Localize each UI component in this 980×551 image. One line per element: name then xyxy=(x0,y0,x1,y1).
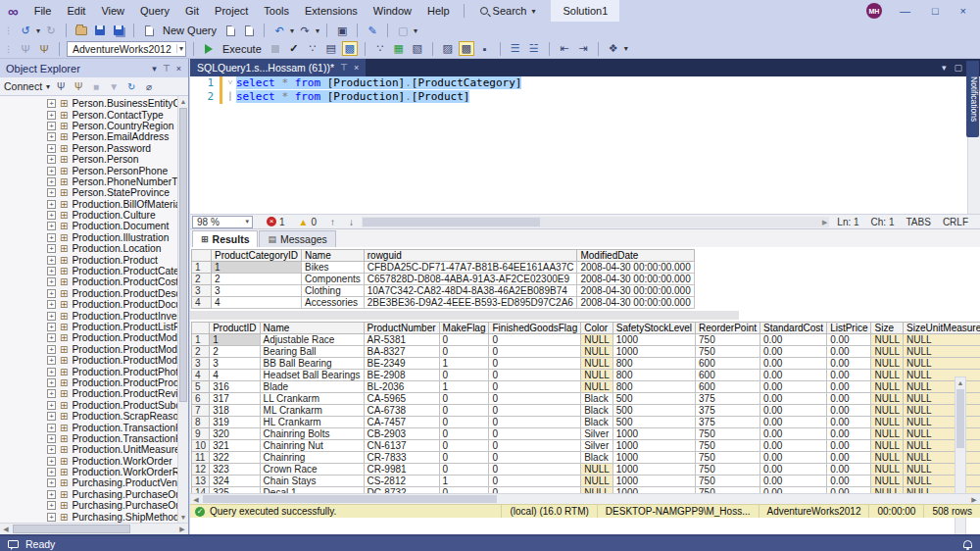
grid-cell[interactable]: 0.00 xyxy=(827,358,871,370)
grid-cell[interactable]: 2008-04-30 00:00:00.000 xyxy=(577,285,694,297)
redo-dropdown[interactable]: ▾ xyxy=(316,26,319,35)
search-box[interactable]: Search ▾ xyxy=(470,0,546,22)
grid-cell[interactable]: 2008-04-30 00:00:00.000 xyxy=(577,262,694,274)
grid-cell[interactable]: 0.00 xyxy=(760,440,826,452)
expand-icon[interactable]: + xyxy=(47,434,56,443)
tree-item-table[interactable]: +⊞Purchasing.ProductVendor xyxy=(0,477,188,488)
expand-icon[interactable]: + xyxy=(47,167,56,175)
menu-item-query[interactable]: Query xyxy=(132,0,177,22)
grid-cell[interactable]: NULL xyxy=(581,381,613,393)
close-panel-icon[interactable]: × xyxy=(173,64,184,74)
grid-cell[interactable]: 0 xyxy=(489,452,581,464)
tree-item-table[interactable]: +⊞Purchasing.ShipMethod xyxy=(0,511,188,522)
column-header[interactable]: ReorderPoint xyxy=(696,323,760,334)
grid-cell[interactable]: Chain Stays xyxy=(260,476,364,487)
outline-collapse-icon[interactable]: ˅ xyxy=(224,76,236,90)
row-header[interactable]: 8 xyxy=(192,417,210,428)
tree-item-table[interactable]: +⊞Purchasing.PurchaseOrderDetail xyxy=(0,489,188,500)
tree-item-table[interactable]: +⊞Production.Culture xyxy=(0,210,188,221)
grid-cell[interactable]: 2 xyxy=(210,346,260,358)
grid-cell[interactable]: Silver xyxy=(581,440,613,452)
grid-cell[interactable]: NULL xyxy=(871,452,904,464)
refresh-icon[interactable]: ↻ xyxy=(124,81,138,92)
column-header[interactable]: SizeUnitMeasureCode xyxy=(904,323,980,334)
toolbar-grip-2[interactable]: ⋮ xyxy=(4,44,12,54)
grid-cell[interactable]: 750 xyxy=(696,334,760,346)
next-issue-icon[interactable]: ↓ xyxy=(349,217,354,227)
tree-item-table[interactable]: +⊞Production.ProductInventory xyxy=(0,310,188,321)
grid-cell[interactable]: 0.00 xyxy=(760,464,826,476)
grid-cell[interactable]: 1000 xyxy=(612,476,695,487)
scrollbar-thumb[interactable] xyxy=(179,108,187,402)
grid-cell[interactable]: NULL xyxy=(904,440,980,452)
grid-cell[interactable]: CFBDA25C-DF71-47A7-B81B-64EE161AA37C xyxy=(364,262,577,274)
grid-cell[interactable]: 0.00 xyxy=(760,428,826,440)
grid-cell[interactable]: 0.00 xyxy=(827,452,871,464)
grid-cell[interactable]: 600 xyxy=(696,370,760,381)
grid-cell[interactable]: 750 xyxy=(696,476,760,487)
tree-item-table[interactable]: +⊞Person.EmailAddress xyxy=(0,131,188,142)
tab-list-dropdown-icon[interactable]: ▾ xyxy=(942,63,947,73)
tree-item-table[interactable]: +⊞Production.ProductModel xyxy=(0,332,188,343)
tree-item-table[interactable]: +⊞Production.ProductCostHistory xyxy=(0,276,188,287)
grid-cell[interactable]: 3 xyxy=(210,358,260,370)
navigate-back-dropdown[interactable]: ▾ xyxy=(36,26,40,35)
expand-icon[interactable]: + xyxy=(47,424,56,432)
grid-cell[interactable]: 0 xyxy=(439,440,489,452)
tree-item-table[interactable]: +⊞Production.ProductListPriceHisto xyxy=(0,322,188,332)
scrollbar-thumb[interactable] xyxy=(363,218,540,226)
grid-cell[interactable]: NULL xyxy=(904,358,980,370)
tree-item-table[interactable]: +⊞Production.ProductDocument xyxy=(0,299,188,310)
grid-cell[interactable]: 319 xyxy=(210,417,260,428)
grid-cell[interactable]: LL Crankarm xyxy=(260,393,364,405)
grid-cell[interactable]: NULL xyxy=(904,381,980,393)
tree-item-table[interactable]: +⊞Production.ProductSubcategory xyxy=(0,400,188,411)
cancel-query-button[interactable] xyxy=(268,41,283,56)
tree-item-table[interactable]: +⊞Production.ProductReview xyxy=(0,388,188,399)
grid-cell[interactable]: 0 xyxy=(489,393,581,405)
expand-icon[interactable]: + xyxy=(47,490,56,499)
redo-button[interactable]: ↷ xyxy=(297,24,313,38)
expand-icon[interactable]: + xyxy=(47,468,56,476)
code-line[interactable]: 2│select * from [Production].[Product] xyxy=(190,90,980,104)
grid-cell[interactable]: 1 xyxy=(210,334,260,346)
expand-icon[interactable]: + xyxy=(47,300,56,309)
grid-horizontal-scrollbar[interactable]: ◀ ▶ xyxy=(190,493,980,504)
results-to-text-button[interactable]: ▧ xyxy=(410,41,425,56)
grid-cell[interactable]: 321 xyxy=(210,440,260,452)
expand-icon[interactable]: + xyxy=(47,356,56,365)
row-header[interactable]: 13 xyxy=(192,476,210,487)
grid-cell[interactable]: 0.00 xyxy=(827,334,871,346)
grid-cell[interactable]: Bikes xyxy=(302,262,365,274)
grid-cell[interactable]: 0.00 xyxy=(827,393,871,405)
expand-icon[interactable]: + xyxy=(47,211,56,220)
tree-item-table[interactable]: +⊞Person.BusinessEntityContact xyxy=(0,98,188,109)
editor-horizontal-scrollbar[interactable]: ▶ xyxy=(362,217,829,227)
tree-item-table[interactable]: +⊞Production.Product xyxy=(0,254,188,265)
toolbar-grip[interactable]: ⋮ xyxy=(4,25,12,35)
decrease-indent-button[interactable]: ⇤ xyxy=(557,41,572,56)
scroll-down-icon[interactable]: ▼ xyxy=(178,512,188,523)
zoom-selector[interactable]: 98 % ▾ xyxy=(192,216,253,228)
menu-item-help[interactable]: Help xyxy=(419,0,458,22)
grid-cell[interactable]: 0 xyxy=(489,370,581,381)
grid-cell[interactable]: NULL xyxy=(904,452,980,464)
row-header[interactable]: 10 xyxy=(192,440,210,452)
expand-icon[interactable]: + xyxy=(47,122,56,130)
connect-dropdown-icon[interactable]: ▾ xyxy=(46,82,50,91)
feedback-button[interactable]: ✎ xyxy=(365,24,380,38)
grid-cell[interactable]: 324 xyxy=(210,476,260,487)
grid-cell[interactable]: 1000 xyxy=(612,464,695,476)
tree-item-table[interactable]: +⊞Production.ProductDescription xyxy=(0,288,188,299)
grid-cell[interactable]: 0.00 xyxy=(827,370,871,381)
grid-cell[interactable]: 500 xyxy=(612,393,695,405)
expand-icon[interactable]: + xyxy=(47,144,56,153)
column-header[interactable]: ProductID xyxy=(210,323,260,334)
grid-cell[interactable]: 0 xyxy=(439,428,489,440)
grid-cell[interactable]: 0.00 xyxy=(760,346,826,358)
grid-cell[interactable]: 750 xyxy=(696,440,760,452)
expand-icon[interactable]: + xyxy=(47,412,56,421)
row-header[interactable]: 9 xyxy=(192,428,210,440)
scrollbar-thumb[interactable] xyxy=(956,389,964,448)
grid-cell[interactable]: 800 xyxy=(612,358,695,370)
